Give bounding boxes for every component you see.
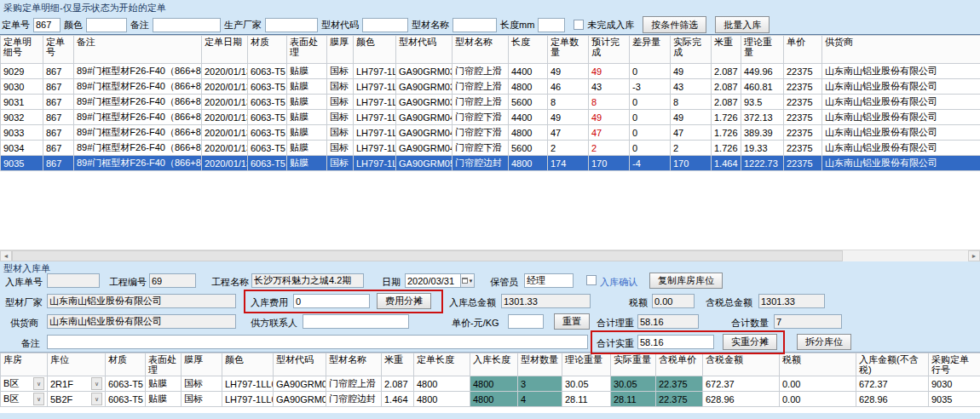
project-no-field[interactable] xyxy=(149,273,196,288)
order-cell: 国标 xyxy=(327,141,354,156)
split-location-button[interactable]: 拆分库位 xyxy=(797,334,851,350)
horizontal-scrollbar[interactable]: ◄ ► xyxy=(0,250,980,261)
calendar-dropdown-button[interactable]: ▼ xyxy=(461,273,475,288)
entry-cell: 0.00 xyxy=(780,392,856,407)
order-column-header: 膜厚 xyxy=(327,36,354,64)
order-row-9034[interactable]: 903486789#门框型材F26-F40（866+867）2020/01/13… xyxy=(1,141,980,156)
order-cell: 867 xyxy=(43,125,74,141)
supplier-field[interactable] xyxy=(47,314,236,329)
order-cell: 22375 xyxy=(784,141,822,156)
scrollbar-thumb[interactable] xyxy=(12,250,843,261)
note-field[interactable] xyxy=(47,335,588,349)
order-row-9032[interactable]: 903286789#门框型材F26-F40（866+867）2020/01/13… xyxy=(1,110,980,125)
entry-cell: 628.96 xyxy=(856,392,929,407)
order-cell: 国标 xyxy=(327,125,354,141)
order-cell: 1.726 xyxy=(712,110,741,125)
order-cell: 22375 xyxy=(784,125,822,141)
filter-manufacturer-input[interactable] xyxy=(265,18,318,32)
filter-profile-name-input[interactable] xyxy=(453,18,497,32)
order-cell: 6063-T5 xyxy=(248,95,287,110)
filter-row: 定单号颜色备注生产厂家型材代码型材名称长度mm未完成入库按条件筛选批量入库 xyxy=(0,15,980,34)
entry-column-header: 型材数量 xyxy=(518,353,562,376)
filter-order-no-input[interactable] xyxy=(33,18,61,32)
order-cell: 4800 xyxy=(509,125,548,141)
filter-profile-code-input[interactable] xyxy=(362,18,408,32)
batch-entry-button[interactable]: 批量入库 xyxy=(715,16,770,33)
unfinished-entry-checkbox[interactable] xyxy=(574,20,584,30)
total-theoretical-field[interactable] xyxy=(637,314,699,329)
chevron-down-icon[interactable]: ∨ xyxy=(33,393,44,405)
filter-by-condition-button[interactable]: 按条件筛选 xyxy=(643,16,706,33)
order-cell: 2020/01/13 xyxy=(202,95,248,110)
entry-total-field[interactable] xyxy=(501,294,591,308)
actual-weight-allocate-button[interactable]: 实重分摊 xyxy=(723,334,777,350)
order-cell: 6063-T5 xyxy=(248,156,287,171)
entry-cell: 672.37 xyxy=(856,376,929,392)
entry-cell-text: 5B2F xyxy=(50,394,72,405)
order-cell: 0 xyxy=(630,95,671,110)
entry-fee-field[interactable] xyxy=(293,294,370,308)
scroll-left-button[interactable]: ◄ xyxy=(0,250,12,261)
entry-no-label: 入库单号 xyxy=(5,276,43,289)
entry-confirm-checkbox[interactable] xyxy=(586,275,597,285)
order-column-header: 型材代码 xyxy=(396,36,453,64)
order-cell: 46 xyxy=(548,79,589,95)
entry-cell: 1.464 xyxy=(382,392,414,407)
entry-cell: 9035 xyxy=(929,392,980,407)
reset-button[interactable]: 重置 xyxy=(554,313,590,330)
scrollbar-track[interactable] xyxy=(843,250,968,261)
order-cell: GA90GRM04 xyxy=(396,110,453,125)
order-column-header: 理论重量 xyxy=(741,36,784,64)
order-cell: 贴膜 xyxy=(287,95,327,110)
filter-label-length: 长度mm xyxy=(500,19,534,32)
order-cell: 贴膜 xyxy=(287,64,327,79)
total-with-tax-field[interactable] xyxy=(758,294,825,308)
filter-length-input[interactable] xyxy=(538,18,565,32)
order-cell: 贴膜 xyxy=(287,156,327,171)
tax-field[interactable] xyxy=(652,294,695,308)
order-row-9031[interactable]: 903186789#门框型材F26-F40（866+867）2020/01/13… xyxy=(1,95,980,110)
maker-field[interactable] xyxy=(47,294,236,308)
entry-confirm-label: 入库确认 xyxy=(600,276,637,289)
keeper-field[interactable] xyxy=(524,273,574,288)
order-cell: GA90GRM05 xyxy=(396,156,453,171)
entry-row-9035[interactable]: B区∨5B2F∨6063-T5贴膜国标LH797-1LL0GA90GRM05门帘… xyxy=(1,392,980,407)
order-row-9029[interactable]: 902986789#门框型材F26-F40（866+867）2020/01/13… xyxy=(1,64,980,79)
chevron-down-icon[interactable]: ∨ xyxy=(33,377,44,390)
date-picker: ▼ xyxy=(405,273,475,288)
entry-no-field[interactable] xyxy=(47,273,100,288)
unit-price-field[interactable] xyxy=(508,314,544,329)
entry-total-label: 入库总金额 xyxy=(449,296,496,309)
entry-cell: 4 xyxy=(518,392,562,407)
chevron-down-icon[interactable]: ∨ xyxy=(91,377,102,390)
order-row-9033[interactable]: 903386789#门框型材F26-F40（866+867）2020/01/13… xyxy=(1,125,980,141)
order-column-header: 预计完成 xyxy=(589,36,630,64)
order-row-9030[interactable]: 903086789#门框型材F26-F40（866+867）2020/01/13… xyxy=(1,79,980,95)
total-actual-field[interactable] xyxy=(637,335,714,349)
scroll-right-button[interactable]: ► xyxy=(968,250,980,261)
order-cell: 2.087 xyxy=(712,79,741,95)
purchase-order-table: 定单明细号定单号备注定单日期材质表面处理膜厚颜色型材代码型材名称长度定单数量预计… xyxy=(0,35,980,171)
filter-color-input[interactable] xyxy=(86,18,127,32)
entry-cell: 4800 xyxy=(470,376,518,392)
supplier-contact-field[interactable] xyxy=(303,314,409,329)
entry-cell: 4800 xyxy=(414,392,470,407)
date-field[interactable] xyxy=(405,273,461,288)
order-cell: 2020/01/13 xyxy=(202,125,248,141)
order-cell: 2 xyxy=(589,141,630,156)
entry-row-9030[interactable]: B区∨2R1F∨6063-T5贴膜国标LH797-1LL0GA90GRM03门帘… xyxy=(1,376,980,392)
keeper-label: 保管员 xyxy=(490,276,518,289)
fee-allocate-button[interactable]: 费用分摊 xyxy=(377,293,431,309)
order-row-9035[interactable]: 903586789#门框型材F26-F40（866+867）2020/01/13… xyxy=(1,156,980,171)
total-qty-field[interactable] xyxy=(774,314,842,329)
project-name-field[interactable] xyxy=(251,273,364,288)
entry-column-header: 入库金额(不含税) xyxy=(856,353,929,376)
entry-column-header: 入库长度 xyxy=(470,353,518,376)
filter-remark-input[interactable] xyxy=(153,18,221,32)
warehouse-entry-section: 型材入库单 入库单号 工程编号 工程名称 日期 ▼ 保管员 入库确认 复制库房库… xyxy=(0,261,980,413)
entry-cell: 0.00 xyxy=(780,376,856,392)
supplier-contact-label: 供方联系人 xyxy=(251,317,297,330)
chevron-down-icon[interactable]: ∨ xyxy=(91,393,102,405)
order-column-header: 表面处理 xyxy=(287,36,327,64)
copy-warehouse-location-button[interactable]: 复制库房库位 xyxy=(649,273,723,289)
